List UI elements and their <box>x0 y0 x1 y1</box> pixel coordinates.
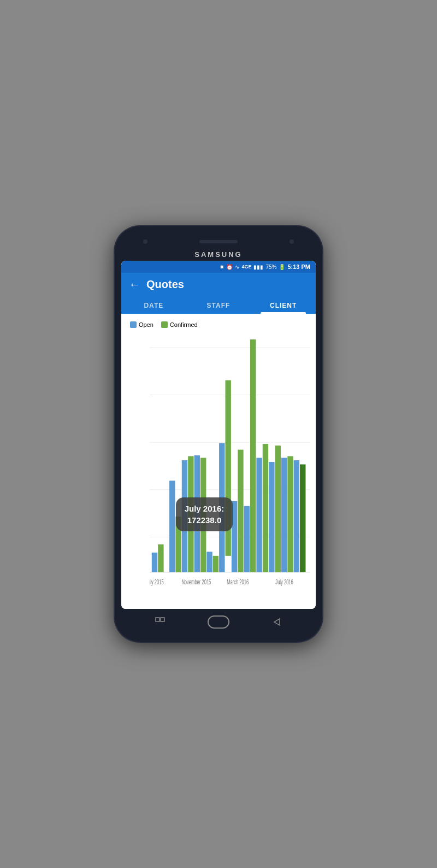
signal-icon: ▮▮▮ <box>253 264 263 270</box>
battery-label: 75% <box>265 264 276 270</box>
status-bar: ✸ ⏰ ∿ 4GE ▮▮▮ 75% 🔋 5:13 PM <box>121 261 316 273</box>
svg-rect-15 <box>182 460 187 572</box>
svg-text:March 2016: March 2016 <box>227 578 249 585</box>
svg-rect-14 <box>175 517 181 572</box>
phone-frame: SAMSUNG ✸ ⏰ ∿ 4GE ▮▮▮ 75% 🔋 5:13 PM <box>115 226 322 642</box>
chart-area[interactable]: 400,000 300,000 200,000 100,000 0 <box>121 331 316 609</box>
svg-rect-40 <box>161 618 164 621</box>
status-icons: ✸ ⏰ ∿ 4GE ▮▮▮ 75% 🔋 5:13 PM <box>220 263 310 270</box>
bar-chart: 400,000 300,000 200,000 100,000 0 <box>150 331 310 609</box>
legend-confirmed-dot <box>161 321 168 328</box>
front-camera-right <box>290 239 294 244</box>
svg-rect-11 <box>152 553 157 572</box>
svg-rect-20 <box>213 556 218 572</box>
svg-rect-21 <box>219 443 225 572</box>
recent-apps-button[interactable] <box>152 614 168 630</box>
tab-staff[interactable]: STAFF <box>186 296 251 314</box>
phone-screen: ✸ ⏰ ∿ 4GE ▮▮▮ 75% 🔋 5:13 PM ← Quotes <box>121 261 316 609</box>
battery-icon: 🔋 <box>279 264 285 270</box>
svg-rect-30 <box>275 445 281 572</box>
svg-rect-23 <box>232 501 237 572</box>
svg-rect-26 <box>250 339 256 572</box>
svg-rect-13 <box>169 480 175 572</box>
svg-text:November 2015: November 2015 <box>181 578 211 585</box>
wifi-icon: ∿ <box>235 264 239 270</box>
phone-speaker <box>199 240 238 243</box>
legend-confirmed-label: Confirmed <box>170 321 198 328</box>
phone-bottom-nav <box>121 612 316 632</box>
svg-rect-16 <box>188 456 193 572</box>
legend-open-dot <box>130 321 137 328</box>
svg-rect-39 <box>156 618 160 621</box>
tab-client[interactable]: CLIENT <box>251 296 316 314</box>
svg-rect-12 <box>158 544 163 572</box>
alarm-icon: ⏰ <box>226 264 233 270</box>
phone-brand: SAMSUNG <box>194 250 242 259</box>
home-button[interactable] <box>208 615 229 629</box>
app-title: Quotes <box>146 278 184 291</box>
svg-rect-27 <box>256 458 262 572</box>
tab-bar: DATE STAFF CLIENT <box>121 296 316 314</box>
svg-rect-34 <box>300 465 305 572</box>
svg-rect-28 <box>263 444 268 572</box>
svg-rect-24 <box>238 450 243 572</box>
svg-rect-22 <box>225 380 231 556</box>
svg-text:July 2016: July 2016 <box>275 578 293 585</box>
app-header: ← Quotes <box>121 273 316 296</box>
svg-marker-41 <box>274 619 280 625</box>
svg-rect-25 <box>244 506 250 572</box>
phone-top-bar <box>121 236 316 247</box>
svg-rect-33 <box>294 460 299 572</box>
bluetooth-icon: ✸ <box>220 264 224 270</box>
svg-text:July 2015: July 2015 <box>150 578 164 585</box>
status-time: 5:13 PM <box>287 263 310 270</box>
svg-rect-18 <box>200 458 206 572</box>
back-button[interactable]: ← <box>129 278 140 291</box>
legend-confirmed: Confirmed <box>161 321 198 328</box>
legend-open: Open <box>130 321 153 328</box>
legend-open-label: Open <box>139 321 153 328</box>
svg-rect-29 <box>269 462 274 572</box>
svg-rect-17 <box>194 455 200 572</box>
svg-rect-31 <box>281 458 287 572</box>
front-camera-left <box>143 239 147 244</box>
network-label: 4GE <box>241 264 251 269</box>
svg-rect-19 <box>206 552 212 572</box>
tab-date[interactable]: DATE <box>121 296 186 314</box>
svg-rect-32 <box>287 456 293 572</box>
chart-legend: Open Confirmed <box>121 319 316 331</box>
chart-container: Open Confirmed 400,000 <box>121 314 316 609</box>
back-nav-button[interactable] <box>269 614 285 630</box>
